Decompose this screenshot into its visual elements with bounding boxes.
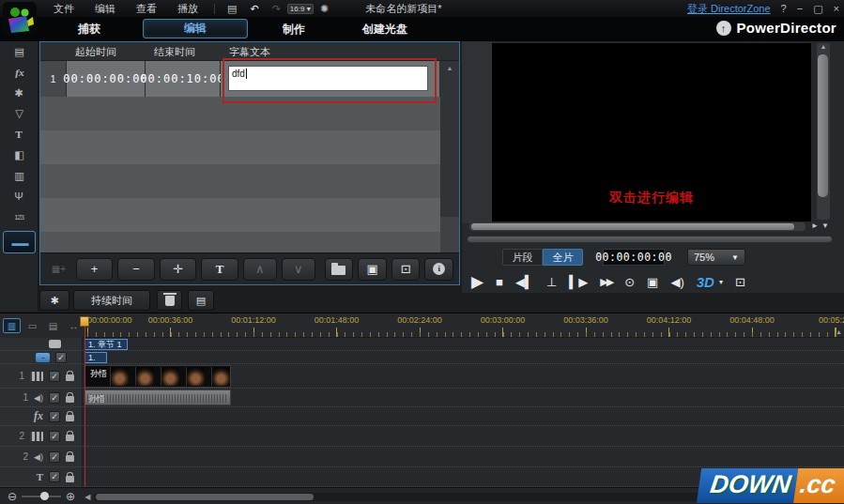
menu-edit[interactable]: 编辑 [84,2,126,16]
stop-button[interactable]: ■ [496,275,503,289]
next-frame-button[interactable]: ▍▶ [569,275,588,289]
storyboard-view-button[interactable]: ▭ [23,318,41,333]
add-subtitle-at-position-button[interactable]: ▦+ [46,258,71,281]
subtitle-track[interactable]: 1. [83,351,844,364]
timecode-display[interactable]: 00:00:00:00 [603,249,665,266]
preview-zoom-dropdown[interactable]: 75% ▼ [687,249,745,266]
audio-mixing-room-icon[interactable]: ▥ [0,165,38,186]
preview-horizontal-scrollbar[interactable] [469,222,806,231]
chapter-marker-chip[interactable]: 1. 章节 1 [84,339,128,350]
voiceover-room-icon[interactable]: Ψ [0,186,38,206]
particle-room-icon[interactable]: ▽ [0,103,38,124]
track-enable-checkbox[interactable]: ✓ [49,371,60,382]
track-enable-checkbox[interactable]: ✓ [49,451,60,463]
settings-gear-icon[interactable]: ✺ [314,3,335,15]
import-image-button[interactable]: ▣ [358,258,387,281]
tab-capture[interactable]: 捕获 [56,22,122,38]
delete-button[interactable] [157,290,182,311]
undock-preview-button[interactable]: ⊡ [735,275,745,289]
menu-play[interactable]: 播放 [167,2,208,16]
audio-track-2-header[interactable]: 2 ◀) ✓ [0,447,82,467]
lock-icon[interactable] [66,476,74,482]
scrollbar-thumb[interactable] [471,223,794,230]
scrollbar-thumb[interactable] [96,494,314,500]
subtitle-row[interactable]: 1 00:00:00:00 00:00:10:00 dfd [40,61,440,97]
seek-slider[interactable] [467,236,833,243]
export-subtitle-button[interactable]: ⊡ [391,258,421,281]
lock-icon[interactable] [66,455,74,462]
subtitle-track-header[interactable]: -- ✓ [0,351,82,364]
subtitle-text-cell[interactable]: dfd [221,61,440,97]
preview-vertical-scrollbar[interactable]: ▲ [817,43,830,220]
duration-button[interactable]: 持续时间 [73,290,150,311]
subtitle-text-input[interactable]: dfd [228,66,428,91]
chapter-room-icon[interactable]: 123 [0,206,38,227]
move-down-button[interactable]: ∨ [282,258,315,281]
lock-icon[interactable] [66,396,74,403]
menu-view[interactable]: 查看 [126,2,167,16]
snapshot-button[interactable]: ⊙ [624,275,635,289]
fast-forward-button[interactable]: ▶▶ [600,276,612,288]
audio-track-2[interactable] [83,447,844,467]
effect-track-header[interactable]: fx ✓ [0,407,82,426]
chapter-track[interactable]: 1. 章节 1 [83,338,844,351]
subtitle-list-scrollbar[interactable]: ▲ [440,61,459,217]
close-button[interactable]: × [834,3,839,14]
zoom-slider-handle[interactable] [40,492,49,500]
track-enable-checkbox[interactable]: ✓ [49,431,60,442]
select-list-button[interactable]: ▤ [188,290,214,311]
effect-room-icon[interactable]: fx [0,62,38,83]
clip-mode-button[interactable]: 片段 [502,249,543,266]
undo-icon[interactable]: ↶ [243,3,265,15]
preview-video-area[interactable]: 双击进行编辑 [492,43,811,221]
subtitle-room-icon[interactable]: ▬▬ [3,231,36,253]
directorzone-login-link[interactable]: 登录 DirectorZone [687,2,771,16]
media-room-icon[interactable]: ▤ [0,41,38,62]
tab-create-disc[interactable]: 创建光盘 [340,22,430,38]
previous-frame-button[interactable]: ◀▍ [515,275,534,289]
menu-file[interactable]: 文件 [43,2,84,16]
info-button[interactable]: i [424,258,453,281]
scroll-up-icon[interactable]: ▲ [817,43,830,50]
timeline-view-button[interactable]: ▥ [3,318,21,333]
volume-button[interactable]: ◀) [670,275,683,289]
tab-edit[interactable]: 编辑 [143,19,248,38]
playhead-flag[interactable] [80,316,89,327]
lock-icon[interactable] [66,374,74,381]
lock-icon[interactable] [66,435,74,441]
track-content-area[interactable]: 1. 章节 1 1. 孙悟 孙悟 [83,338,844,487]
aspect-ratio-selector[interactable]: 16:9 ▾ [287,4,314,14]
minimize-button[interactable]: − [797,3,803,14]
audio-clip[interactable]: 孙悟 [84,389,231,405]
move-up-button[interactable]: ∧ [243,258,277,281]
title-room-icon[interactable]: T [0,124,38,145]
video-track-2-header[interactable]: 2 ✓ [0,426,82,447]
chapter-track-header[interactable] [0,338,82,351]
text-format-button[interactable]: T [201,258,238,281]
remove-subtitle-button[interactable]: − [117,258,155,281]
end-time-cell[interactable]: 00:00:10:00 [146,61,221,97]
track-manager-button[interactable]: ▤ [44,318,62,333]
seek-mark-button[interactable]: ⊥ [546,275,557,289]
track-enable-checkbox[interactable]: ✓ [55,352,67,363]
zoom-in-icon[interactable]: ⊕ [66,490,75,503]
lock-icon[interactable] [66,415,74,421]
add-subtitle-button[interactable]: + [76,258,114,281]
track-enable-checkbox[interactable]: ✓ [49,392,60,404]
track-enable-checkbox[interactable]: ✓ [49,471,60,482]
magic-wand-button[interactable]: ✱ [39,290,69,311]
import-subtitle-button[interactable] [325,258,354,281]
title-track-header[interactable]: T ✓ [0,467,82,487]
help-button[interactable]: ? [781,3,787,14]
scroll-up-icon[interactable]: ▲ [447,65,453,217]
preview-quality-button[interactable]: ▣ [647,275,658,289]
zoom-slider[interactable] [22,496,61,497]
preview-scroll-arrows[interactable]: ►▼ [811,221,832,230]
timeline-ruler[interactable]: ▲ 00:00:00:0000:00:36:0000:01:12:0000:01… [83,313,844,338]
scrollbar-thumb[interactable] [818,54,828,197]
subtitle-marker-chip[interactable]: 1. [84,352,107,363]
audio-track-1-header[interactable]: 1 ◀) ✓ [0,389,82,407]
video-track-1-header[interactable]: 1 ✓ [0,364,82,389]
scroll-left-icon[interactable]: ◀ [84,493,90,501]
tab-produce[interactable]: 制作 [261,22,327,38]
